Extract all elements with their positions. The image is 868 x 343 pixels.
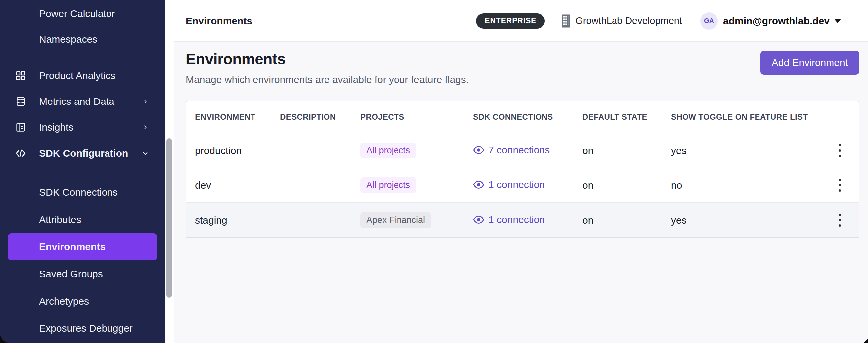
sidebar-item-label: Power Calculator [39,8,115,19]
sidebar-item-exposures-debugger[interactable]: Exposures Debugger [8,315,157,342]
sidebar-item-label: Namespaces [39,34,97,45]
default-state-value: on [582,180,671,191]
row-actions-menu-button[interactable] [835,210,844,230]
user-email: admin@growthlab.dev [723,15,830,27]
environments-table: ENVIRONMENT DESCRIPTION PROJECTS SDK CON… [186,100,859,238]
environment-name: dev [195,180,280,191]
sidebar-item-sdk-configuration[interactable]: SDK Configuration [8,140,157,166]
sdk-connections-link[interactable]: 1 connection [473,214,545,225]
sidebar-item-metrics-and-data[interactable]: Metrics and Data [8,89,157,115]
table-row-dev: dev All projects 1 connection on no [186,167,859,202]
sidebar-scrollbar-thumb[interactable] [166,138,172,298]
environment-name: staging [195,215,280,226]
code-icon [15,148,26,159]
database-icon [15,96,26,107]
sidebar-item-label: Saved Groups [39,268,103,280]
caret-down-icon [834,19,841,23]
sidebar-item-label: Metrics and Data [39,96,115,107]
sdk-connections-link[interactable]: 7 connections [473,144,550,156]
default-state-value: on [582,215,671,226]
topbar: Environments ENTERPRISE GrowthLab Develo… [174,0,868,42]
eye-icon [473,146,485,154]
table-header-row: ENVIRONMENT DESCRIPTION PROJECTS SDK CON… [186,101,859,133]
table-row-staging: staging Apex Financial 1 connection on y… [186,202,859,237]
topbar-right-group: ENTERPRISE GrowthLab Development GA admi… [476,12,841,30]
table-row-production: production All projects 7 connections on… [186,133,859,167]
column-header-show-toggle: SHOW TOGGLE ON FEATURE LIST [671,113,827,122]
org-switcher[interactable]: GrowthLab Development [561,14,682,28]
plan-badge: ENTERPRISE [476,13,545,29]
chevron-right-icon [142,98,148,104]
default-state-value: on [582,145,671,156]
eye-icon [473,215,485,224]
sidebar-item-label: Environments [39,241,105,252]
projects-badge: All projects [360,178,416,193]
row-actions-menu-button[interactable] [835,176,844,195]
show-toggle-value: yes [671,145,827,156]
row-actions-menu-button[interactable] [835,141,844,160]
page-head-text: Environments Manage which environments a… [186,50,468,85]
sdk-connections-link[interactable]: 1 connection [473,179,545,190]
user-menu[interactable]: GA admin@growthlab.dev [701,12,841,30]
org-name: GrowthLab Development [575,15,682,26]
page-title: Environments [186,50,468,68]
sidebar-item-label: Product Analytics [39,70,116,81]
sidebar-scrollbar-track[interactable] [165,0,174,343]
sidebar-item-label: SDK Configuration [39,148,128,159]
sidebar-item-namespaces[interactable]: Namespaces [8,27,157,53]
column-header-projects: PROJECTS [360,113,473,122]
sidebar-item-label: Exposures Debugger [39,323,133,334]
sidebar-item-label: Insights [39,122,73,133]
avatar: GA [701,12,718,30]
main-area: Environments ENTERPRISE GrowthLab Develo… [174,0,868,343]
column-header-sdk-connections: SDK CONNECTIONS [473,113,582,122]
sidebar-item-label: SDK Connections [39,187,118,198]
projects-badge: Apex Financial [360,212,431,228]
sidebar-item-attributes[interactable]: Attributes [8,206,157,233]
report-icon [15,122,26,133]
sidebar-item-sdk-connections[interactable]: SDK Connections [8,179,157,206]
eye-icon [473,181,485,189]
grid-icon [15,70,26,81]
content: Environments Manage which environments a… [174,42,868,238]
sidebar-item-label: Attributes [39,214,81,225]
building-icon [561,14,571,28]
sidebar-item-saved-groups[interactable]: Saved Groups [8,260,157,288]
table-body: production All projects 7 connections on… [186,133,859,237]
sidebar-item-power-calculator[interactable]: Power Calculator [8,1,157,27]
column-header-description: DESCRIPTION [280,113,360,122]
column-header-environment: ENVIRONMENT [195,113,280,122]
projects-badge: All projects [360,143,416,158]
page-subtitle: Manage which environments are available … [186,74,468,85]
chevron-right-icon [142,124,148,130]
show-toggle-value: yes [671,215,827,226]
sidebar: Power Calculator Namespaces Product Anal… [0,0,165,343]
show-toggle-value: no [671,180,827,191]
sidebar-item-archetypes[interactable]: Archetypes [8,288,157,315]
sidebar-item-environments[interactable]: Environments [8,233,157,260]
column-header-default-state: DEFAULT STATE [582,113,671,122]
add-environment-button[interactable]: Add Environment [761,51,859,75]
chevron-down-icon [142,150,148,156]
sidebar-item-label: Archetypes [39,295,89,307]
page-head: Environments Manage which environments a… [186,50,859,85]
breadcrumb-page-title: Environments [186,15,252,27]
sidebar-item-insights[interactable]: Insights [8,115,157,140]
environment-name: production [195,145,280,156]
sidebar-item-product-analytics[interactable]: Product Analytics [8,63,157,89]
